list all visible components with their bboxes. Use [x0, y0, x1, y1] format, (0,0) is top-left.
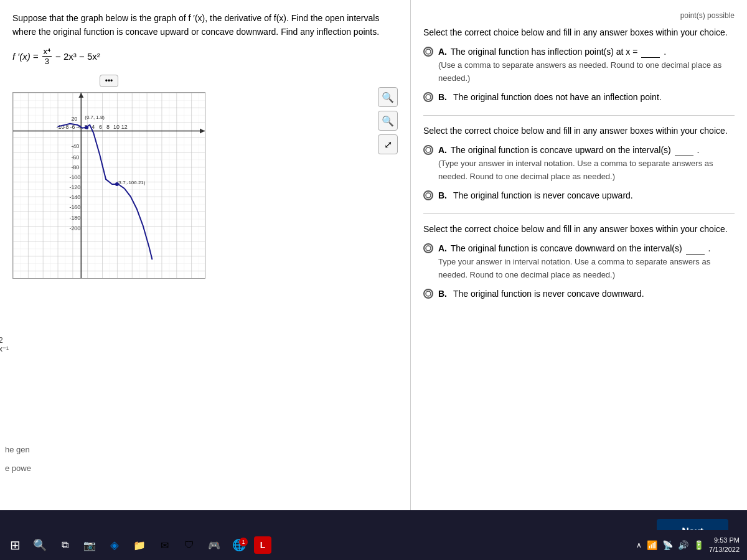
- svg-point-34: [426, 246, 431, 251]
- concavedown-answer-box[interactable]: [686, 243, 705, 254]
- top-right-header: point(s) possible: [423, 10, 735, 21]
- zoom-in-button[interactable]: 🔍: [378, 87, 398, 107]
- radio-inflection-b[interactable]: [423, 92, 433, 102]
- graph-container: -10 -8 -6 -4 2 4 6 8 10 12 20 -40 -60: [12, 92, 205, 279]
- svg-text:20: 20: [71, 115, 77, 121]
- graph-tools: 🔍 🔍 ⤢: [378, 87, 398, 154]
- concaveup-a-content: A. The original function is concave upwa…: [438, 144, 735, 183]
- browser-button[interactable]: 🌐 1: [229, 535, 249, 555]
- radio-circle-icon: [425, 49, 431, 55]
- svg-point-30: [426, 49, 431, 54]
- radio-concavedown-a[interactable]: [423, 243, 433, 253]
- tray-wifi-icon[interactable]: 📡: [662, 540, 673, 550]
- inflection-answer-box[interactable]: [641, 47, 660, 58]
- concavedown-a-content: A. The original function is concave down…: [438, 242, 735, 281]
- svg-text:(0.7, 1.8): (0.7, 1.8): [85, 114, 105, 120]
- camera-button[interactable]: 📷: [80, 535, 100, 555]
- side-note-3: he gen: [5, 445, 30, 454]
- svg-text:-160: -160: [69, 204, 80, 210]
- mail-button[interactable]: ✉: [154, 535, 174, 555]
- mail-icon: ✉: [161, 539, 169, 551]
- concaveup-a-subtext: (Type your answer in interval notation. …: [438, 159, 713, 181]
- fraction-denominator: 3: [44, 57, 50, 66]
- radio-concaveup-a-icon: [425, 147, 431, 153]
- tray-up-arrow-icon[interactable]: ∧: [636, 541, 642, 549]
- letter-a-inflection: A.: [438, 47, 447, 57]
- concaveup-answer-box[interactable]: [675, 145, 693, 156]
- instruction-2: Select the correct choice below and fill…: [423, 124, 735, 138]
- concaveup-a-main: The original function is concave upward …: [451, 145, 671, 155]
- fraction-formula: x⁴ 3: [41, 47, 54, 66]
- svg-text:6: 6: [99, 123, 102, 129]
- period-2: .: [697, 145, 700, 155]
- divider-1: [423, 115, 735, 116]
- inflection-a-subtext: (Use a comma to separate answers as need…: [438, 60, 721, 83]
- letter-a-concaveup: A.: [438, 145, 447, 155]
- svg-point-33: [426, 193, 431, 198]
- taskview-icon: ⧉: [62, 539, 68, 551]
- zoom-out-button[interactable]: 🔍: [378, 111, 398, 131]
- svg-text:-140: -140: [69, 194, 80, 200]
- edge-button[interactable]: ◈: [105, 535, 125, 555]
- svg-text:-40: -40: [71, 143, 79, 149]
- svg-text:-80: -80: [71, 164, 79, 170]
- tray-network-icon[interactable]: 📶: [647, 540, 657, 550]
- ellipsis-button[interactable]: •••: [100, 75, 119, 87]
- choice-inflection-a: A. The original function has inflection …: [423, 45, 735, 85]
- app1-button[interactable]: 🎮: [204, 535, 224, 555]
- radio-circle-b-icon: [425, 94, 431, 100]
- folder-icon: 📁: [133, 539, 146, 551]
- shield-icon: 🛡: [184, 539, 194, 551]
- concavedown-a-main: The original function is concave downwar…: [451, 243, 682, 253]
- svg-point-31: [426, 95, 431, 100]
- search-button[interactable]: 🔍: [30, 535, 50, 555]
- section-concave-down: Select the correct choice below and fill…: [423, 223, 735, 301]
- svg-point-35: [426, 291, 431, 296]
- app1-icon: 🎮: [208, 539, 220, 551]
- formula-remainder: − 2x³ − 5x²: [55, 51, 100, 62]
- choice-concaveup-b: B. The original function is never concav…: [423, 189, 735, 202]
- radio-inflection-a[interactable]: [423, 47, 433, 57]
- problem-statement: Suppose that the graph below is the grap…: [12, 11, 398, 39]
- radio-concavedown-a-icon: [425, 245, 431, 251]
- lexis-icon: L: [260, 540, 266, 550]
- instruction-3: Select the correct choice below and fill…: [423, 223, 735, 236]
- radio-concavedown-b[interactable]: [423, 289, 433, 299]
- svg-text:-180: -180: [69, 214, 80, 220]
- choice-inflection-a-text: A. The original function has inflection …: [438, 45, 735, 85]
- radio-concavedown-b-icon: [425, 291, 431, 297]
- radio-concaveup-b[interactable]: [423, 190, 433, 200]
- svg-text:-200: -200: [69, 225, 80, 231]
- start-button[interactable]: ⊞: [5, 535, 25, 555]
- taskbar: ⊞ 🔍 ⧉ 📷 ◈ 📁 ✉ 🛡 🎮: [0, 530, 747, 560]
- top-bar-points: [400, 0, 410, 5]
- radio-concaveup-a[interactable]: [423, 145, 433, 155]
- notification-badge: 1: [239, 538, 248, 546]
- side-note-1: 2 x⁻¹: [0, 336, 9, 353]
- choice-concaveup-a: A. The original function is concave upwa…: [423, 144, 735, 183]
- shield-button[interactable]: 🛡: [179, 535, 199, 555]
- fraction-numerator: x⁴: [42, 47, 52, 57]
- right-panel: point(s) possible Select the correct cho…: [411, 0, 747, 510]
- formula-display: f ′(x) = x⁴ 3 − 2x³ − 5x²: [12, 47, 398, 66]
- folder-button[interactable]: 📁: [129, 535, 149, 555]
- inflection-b-text: The original function does not have an i…: [453, 91, 662, 104]
- inflection-a-main-text: The original function has inflection poi…: [451, 47, 638, 57]
- svg-point-29: [115, 182, 119, 186]
- tray-volume-icon[interactable]: 🔊: [678, 540, 688, 550]
- radio-concaveup-b-icon: [425, 192, 431, 198]
- time-display[interactable]: 9:53 PM 7/13/2022: [709, 536, 740, 555]
- fraction-x4-over-3: x⁴ 3: [42, 47, 52, 66]
- svg-point-32: [426, 147, 431, 152]
- choice-concavedown-b: B. The original function is never concav…: [423, 287, 735, 301]
- letter-a-concavedown: A.: [438, 243, 447, 253]
- svg-text:8: 8: [106, 123, 110, 129]
- taskbar-right: ∧ 📶 📡 🔊 🔋 9:53 PM 7/13/2022: [629, 536, 747, 555]
- period: .: [664, 47, 666, 57]
- taskview-button[interactable]: ⧉: [55, 535, 75, 555]
- lexis-button[interactable]: L: [254, 536, 271, 554]
- tray-battery-icon[interactable]: 🔋: [693, 540, 704, 550]
- period-3: .: [708, 243, 710, 253]
- resize-button[interactable]: ⤢: [378, 134, 398, 154]
- section-inflection: Select the correct choice below and fill…: [423, 26, 735, 104]
